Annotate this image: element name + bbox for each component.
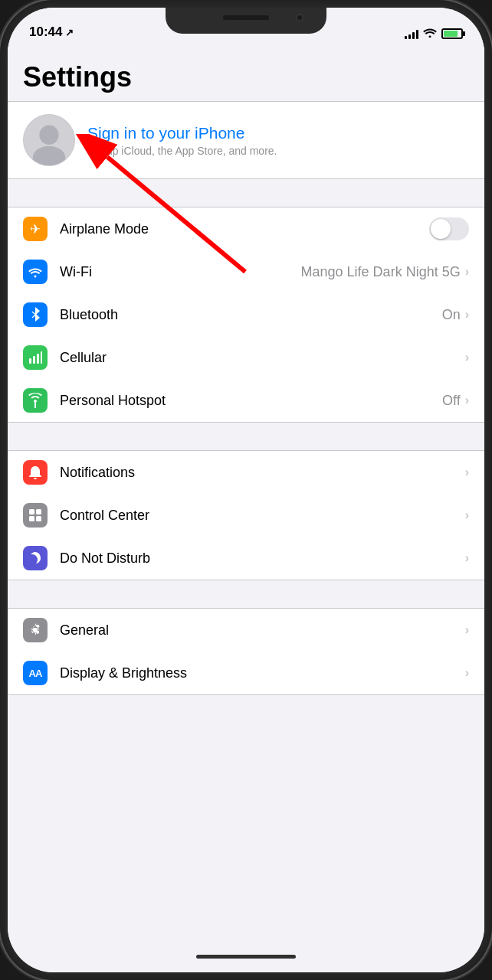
do-not-disturb-row[interactable]: Do Not Disturb › [8,537,484,580]
general-label: General [60,622,465,639]
cellular-chevron: › [465,351,469,364]
display-brightness-chevron: › [465,666,469,680]
notch [166,8,326,34]
notifications-group: Notifications › Control Center › [8,450,484,580]
hotspot-chevron: › [465,394,469,407]
svg-rect-6 [37,354,39,364]
general-icon [23,618,48,642]
do-not-disturb-chevron: › [465,551,469,565]
airplane-mode-toggle[interactable] [429,217,469,240]
phone-frame: 10:44 ↗ [0,0,492,980]
wifi-status-icon [423,27,437,40]
status-time: 10:44 ↗ [29,24,74,40]
wifi-label: Wi-Fi [60,264,301,280]
bluetooth-row[interactable]: Bluetooth On › [8,293,484,336]
airplane-mode-icon: ✈ [23,217,48,241]
avatar [23,114,75,166]
page-title: Settings [8,46,484,101]
do-not-disturb-icon [23,546,48,570]
screen: 10:44 ↗ [8,8,484,972]
svg-rect-12 [36,516,41,521]
svg-rect-5 [33,356,35,364]
svg-rect-11 [29,516,34,521]
bluetooth-value: On [442,307,461,323]
cellular-label: Cellular [60,350,465,366]
notifications-icon [23,460,48,485]
connectivity-group: ✈ Airplane Mode Wi-Fi [8,207,484,423]
do-not-disturb-label: Do Not Disturb [60,550,465,567]
cellular-row[interactable]: Cellular › [8,336,484,379]
svg-rect-10 [36,509,41,514]
hotspot-label: Personal Hotspot [60,393,442,409]
hotspot-row[interactable]: Personal Hotspot Off › [8,379,484,422]
speaker [223,15,269,20]
profile-section: Sign in to your iPhone Set up iCloud, th… [8,101,484,179]
toggle-knob [431,219,451,239]
svg-rect-7 [41,351,42,364]
profile-info: Sign in to your iPhone Set up iCloud, th… [87,124,469,157]
profile-row[interactable]: Sign in to your iPhone Set up iCloud, th… [8,102,484,178]
airplane-mode-label: Airplane Mode [60,221,429,237]
svg-point-1 [33,146,66,165]
svg-rect-9 [29,509,34,514]
control-center-row[interactable]: Control Center › [8,494,484,537]
front-camera [296,14,303,21]
bluetooth-label: Bluetooth [60,307,442,323]
display-brightness-row[interactable]: AA Display & Brightness › [8,652,484,694]
profile-title: Sign in to your iPhone [87,124,469,142]
general-group: General › AA Display & Brightness › [8,608,484,695]
svg-point-0 [39,126,58,145]
notifications-chevron: › [465,466,469,479]
cellular-icon [23,345,48,370]
signal-bar-1 [405,36,407,39]
settings-content: Settings Sign in to your iPhone Set up i… [8,46,484,972]
control-center-chevron: › [465,508,469,522]
status-icons [405,27,463,40]
display-brightness-icon: AA [23,661,48,685]
notifications-label: Notifications [60,465,465,481]
section-gap-2 [8,423,484,450]
general-row[interactable]: General › [8,609,484,652]
section-gap-3 [8,580,484,608]
general-chevron: › [465,623,469,637]
battery-indicator [441,28,463,39]
control-center-icon [23,503,48,528]
section-gap-1 [8,179,484,207]
notifications-row[interactable]: Notifications › [8,451,484,494]
control-center-label: Control Center [60,508,465,524]
battery-icon [441,28,463,39]
hotspot-icon [23,388,48,413]
hotspot-value: Off [442,393,461,409]
wifi-chevron: › [465,265,469,279]
home-indicator[interactable] [196,955,296,959]
bluetooth-chevron: › [465,308,469,322]
profile-subtitle: Set up iCloud, the App Store, and more. [87,145,469,157]
signal-bar-3 [412,32,415,39]
airplane-mode-row[interactable]: ✈ Airplane Mode [8,207,484,250]
display-brightness-label: Display & Brightness [60,665,465,681]
signal-bar-2 [408,34,411,39]
wifi-row[interactable]: Wi-Fi Mango Life Dark Night 5G › [8,250,484,293]
wifi-value: Mango Life Dark Night 5G [301,264,461,280]
svg-rect-4 [29,358,31,364]
signal-strength [405,28,418,39]
bluetooth-icon [23,302,48,327]
wifi-icon [23,260,48,284]
battery-fill [444,31,458,37]
signal-bar-4 [416,30,418,39]
location-icon: ↗ [65,27,74,38]
